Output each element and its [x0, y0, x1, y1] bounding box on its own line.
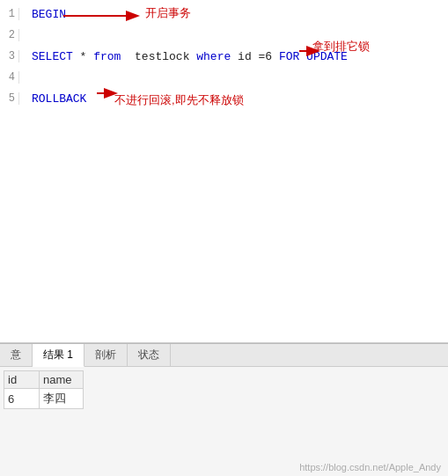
- line-2: 2: [0, 25, 448, 46]
- cell-id: 6: [4, 389, 40, 409]
- col-id: id: [4, 371, 40, 389]
- line-num-1: 1: [0, 8, 19, 20]
- line-num-3: 3: [0, 50, 19, 62]
- line-3: 3 SELECT * from testlock where id =6 FOR…: [0, 46, 448, 67]
- line-4: 4: [0, 67, 448, 88]
- bottom-panel: 意 结果 1 剖析 状态 id name 6 李四 https://blog.c…: [0, 343, 448, 476]
- line-num-2: 2: [0, 29, 19, 41]
- editor-area: 1 BEGIN 2 3 SELECT * from testlock where…: [0, 0, 448, 343]
- table-row: 6 李四: [4, 389, 84, 409]
- tab-profile[interactable]: 剖析: [84, 344, 128, 366]
- tab-result1[interactable]: 结果 1: [33, 344, 84, 367]
- table-header-row: id name: [4, 371, 84, 389]
- result-table: id name 6 李四: [4, 370, 84, 409]
- line-5: 5 ROLLBACK: [0, 88, 448, 109]
- line-3-code: SELECT * from testlock where id =6 FOR U…: [32, 50, 348, 63]
- tab-status[interactable]: 状态: [128, 344, 171, 366]
- col-name: name: [40, 371, 84, 389]
- tab-yi[interactable]: 意: [0, 344, 33, 366]
- watermark: https://blog.csdn.net/Apple_Andy: [299, 462, 441, 472]
- cell-name: 李四: [40, 389, 84, 409]
- tabs-bar: 意 结果 1 剖析 状态: [0, 344, 448, 367]
- line-num-4: 4: [0, 71, 19, 84]
- line-5-code: ROLLBACK: [32, 92, 86, 106]
- line-1-code: BEGIN: [32, 8, 66, 21]
- line-1: 1 BEGIN: [0, 4, 448, 25]
- line-num-5: 5: [0, 92, 19, 105]
